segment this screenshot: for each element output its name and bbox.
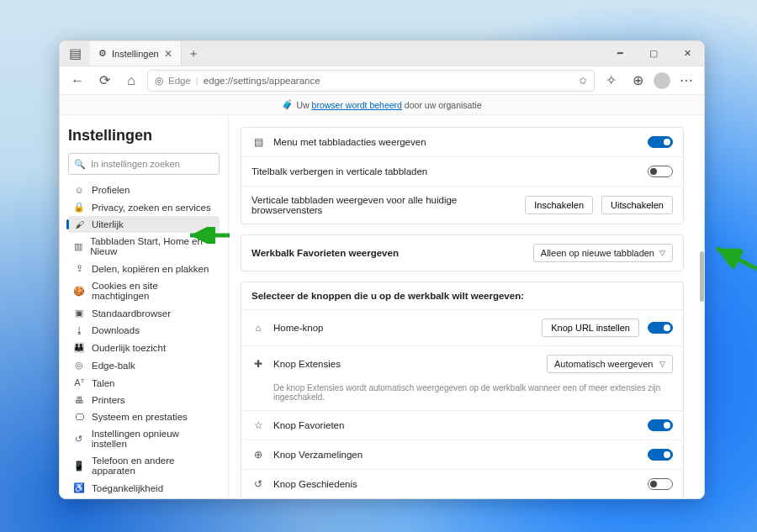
sidebar-item-system[interactable]: 🖵Systeem en prestaties: [68, 408, 220, 425]
new-tab-button[interactable]: ＋: [182, 41, 205, 66]
url-text: edge://settings/appearance: [204, 76, 320, 86]
refresh-button[interactable]: ⟳: [93, 70, 115, 92]
family-icon: 👪: [73, 342, 85, 353]
toggle-favorites-button[interactable]: [648, 419, 673, 431]
close-window-button[interactable]: ✕: [670, 41, 704, 66]
cookie-icon: 🍪: [73, 286, 85, 297]
sidebar-title: Instellingen: [68, 127, 220, 145]
favorites-bar-card: Werkbalk Favorieten weergeven Alleen op …: [241, 234, 684, 271]
sidebar-item-languages[interactable]: AᵀTalen: [68, 374, 220, 392]
printer-icon: 🖶: [73, 395, 85, 405]
collections-icon[interactable]: ⊕: [627, 70, 648, 92]
section-heading: Selecteer de knoppen die u op de werkbal…: [241, 282, 683, 309]
reset-icon: ↺: [73, 434, 85, 445]
chevron-down-icon: ▽: [659, 249, 665, 257]
browser-tab[interactable]: ⚙ Instellingen ✕: [90, 41, 182, 66]
sidebar-item-default-browser[interactable]: ▣Standaardbrowser: [68, 304, 220, 322]
search-placeholder: In instellingen zoeken: [91, 159, 180, 169]
svg-line-1: [717, 240, 757, 277]
tab-actions-icon[interactable]: ▤: [60, 41, 90, 66]
history-icon: ↺: [251, 478, 265, 490]
toolbar: ← ⟳ ⌂ ◎ Edge | edge://settings/appearanc…: [60, 66, 704, 95]
annotation-arrow: [183, 227, 234, 244]
sidebar-item-about[interactable]: ◎Over Microsoft Edge: [68, 497, 220, 498]
system-icon: 🖵: [73, 412, 85, 422]
managed-notice: 🧳 Uw browser wordt beheerd door uw organ…: [60, 95, 704, 115]
managed-link[interactable]: browser wordt beheerd: [312, 100, 402, 110]
annotation-arrow: [707, 231, 757, 284]
sidebar-item-profiles[interactable]: ☺Profielen: [68, 182, 220, 198]
minimize-button[interactable]: ━: [603, 41, 637, 66]
edge-logo-icon: ◎: [155, 75, 163, 87]
download-icon: ⭳: [73, 325, 85, 335]
sidebar-item-printers[interactable]: 🖶Printers: [68, 392, 220, 408]
more-menu-button[interactable]: ⋯: [675, 70, 697, 92]
row-label: Verticale tabbladen weergeven voor alle …: [251, 195, 516, 215]
disable-button[interactable]: Uitschakelen: [601, 196, 673, 214]
browser-icon: ▣: [73, 308, 85, 319]
settings-search-input[interactable]: 🔍 In instellingen zoeken: [68, 153, 220, 175]
set-home-url-button[interactable]: Knop URL instellen: [542, 319, 639, 337]
tabs-icon: ▥: [73, 241, 83, 252]
edge-icon: ◎: [73, 360, 85, 371]
back-button[interactable]: ←: [66, 70, 88, 92]
briefcase-icon: 🧳: [282, 99, 293, 110]
chevron-down-icon: ▽: [659, 360, 665, 368]
language-icon: Aᵀ: [73, 377, 85, 388]
tab-title: Instellingen: [112, 49, 159, 59]
extensions-icon: ✚: [251, 358, 265, 370]
sidebar-item-downloads[interactable]: ⭳Downloads: [68, 322, 220, 339]
favorites-icon[interactable]: ✧: [600, 70, 622, 92]
maximize-button[interactable]: ▢: [637, 41, 670, 66]
scheme-label: Edge: [168, 76, 191, 86]
sidebar-item-cookies[interactable]: 🍪Cookies en site machtigingen: [68, 277, 220, 304]
close-tab-icon[interactable]: ✕: [164, 48, 172, 60]
sidebar-item-family[interactable]: 👪Ouderlijk toezicht: [68, 339, 220, 356]
row-label: Home-knop: [273, 323, 533, 333]
sidebar-item-phone[interactable]: 📱Telefoon en andere apparaten: [68, 452, 220, 479]
toolbar-buttons-card: Selecteer de knoppen die u op de werkbal…: [241, 282, 684, 498]
extensions-button-select[interactable]: Automatisch weergeven ▽: [547, 355, 673, 373]
row-label: Knop Favorieten: [273, 420, 639, 430]
home-icon: ⌂: [251, 323, 265, 333]
menu-icon: ▤: [251, 136, 265, 148]
toggle-collections-button[interactable]: [648, 449, 673, 461]
titlebar: ▤ ⚙ Instellingen ✕ ＋ ━ ▢ ✕: [60, 41, 704, 66]
share-icon: ⇪: [73, 263, 85, 274]
toggle-hide-titlebar[interactable]: [648, 166, 673, 177]
row-label: Knop Geschiedenis: [273, 479, 639, 489]
enable-button[interactable]: Inschakelen: [525, 196, 593, 214]
row-label: Werkbalk Favorieten weergeven: [251, 248, 525, 258]
settings-content: ▤ Menu met tabbladacties weergeven Titel…: [229, 115, 704, 498]
toggle-history-button[interactable]: [648, 478, 673, 490]
edge-settings-window: ▤ ⚙ Instellingen ✕ ＋ ━ ▢ ✕ ← ⟳ ⌂ ◎ Edge …: [59, 40, 705, 499]
tab-actions-card: ▤ Menu met tabbladacties weergeven Titel…: [241, 127, 684, 224]
sidebar-item-edgebar[interactable]: ◎Edge-balk: [68, 356, 220, 374]
profile-icon: ☺: [73, 185, 85, 195]
row-subtext: De knop Extensies wordt automatisch weer…: [251, 383, 673, 402]
search-icon: 🔍: [74, 159, 86, 170]
toggle-tab-actions-menu[interactable]: [648, 136, 673, 148]
lock-icon: 🔒: [73, 202, 85, 213]
sidebar-item-privacy[interactable]: 🔒Privacy, zoeken en services: [68, 198, 220, 216]
sidebar-item-accessibility[interactable]: ♿Toegankelijkheid: [68, 479, 220, 497]
brush-icon: 🖌: [73, 219, 85, 229]
row-label: Menu met tabbladacties weergeven: [273, 137, 639, 147]
star-icon: ☆: [251, 419, 265, 431]
phone-icon: 📱: [73, 461, 85, 471]
collections-icon: ⊕: [251, 449, 265, 461]
row-label: Titelbalk verbergen in verticale tabblad…: [251, 166, 639, 176]
row-label: Knop Extensies: [273, 359, 538, 369]
sidebar-item-reset[interactable]: ↺Instellingen opnieuw instellen: [68, 425, 220, 452]
toggle-home-button[interactable]: [648, 322, 673, 334]
accessibility-icon: ♿: [73, 482, 85, 493]
favorites-bar-select[interactable]: Alleen op nieuwe tabbladen ▽: [533, 244, 673, 262]
address-bar[interactable]: ◎ Edge | edge://settings/appearance ✩: [147, 70, 595, 92]
sidebar-item-share[interactable]: ⇪Delen, kopiëren en plakken: [68, 260, 220, 277]
favorite-star-icon[interactable]: ✩: [579, 75, 587, 87]
home-button[interactable]: ⌂: [120, 70, 142, 92]
gear-icon: ⚙: [98, 48, 107, 59]
profile-avatar[interactable]: [654, 72, 670, 89]
settings-sidebar: Instellingen 🔍 In instellingen zoeken ☺P…: [60, 115, 228, 498]
row-label: Knop Verzamelingen: [273, 450, 639, 460]
